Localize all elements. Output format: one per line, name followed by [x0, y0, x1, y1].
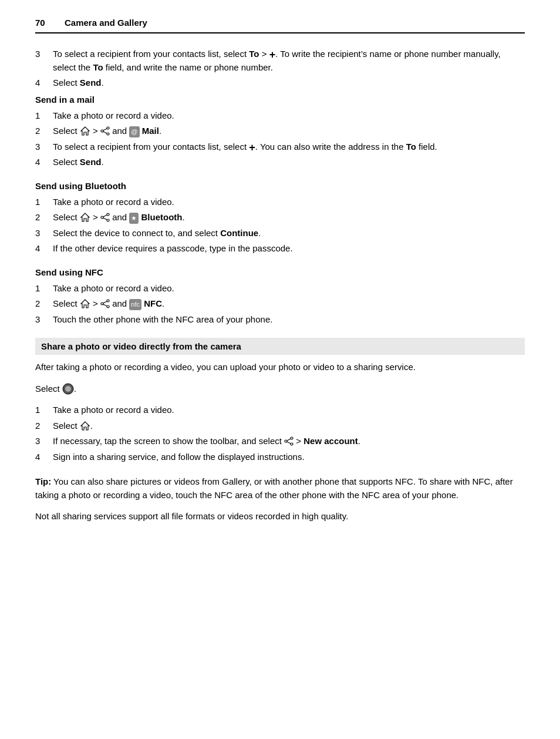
svg-marker-20	[81, 422, 89, 430]
tip-paragraph: Tip: You can also share pictures or vide…	[35, 475, 525, 502]
bluetooth-step-4: 4 If the other device requires a passcod…	[35, 242, 525, 256]
bluetooth-step-3: 3 Select the device to connect to, and s…	[35, 227, 525, 240]
mail-icon: @	[129, 126, 139, 137]
nfc-icon: nfc	[129, 299, 141, 310]
svg-line-4	[103, 129, 107, 130]
bluetooth-step-1: 1 Take a photo or record a video.	[35, 196, 525, 209]
share-icon-bt	[100, 213, 110, 222]
svg-line-10	[103, 215, 107, 217]
svg-line-24	[287, 439, 291, 441]
page-number: 70	[35, 18, 53, 28]
bluetooth-step-2: 2 Select > and ★ Bluetooth.	[35, 211, 525, 224]
svg-line-16	[103, 301, 107, 303]
section-heading-bluetooth: Send using Bluetooth	[35, 181, 525, 191]
share-direct-intro: After taking a photo or recording a vide…	[35, 361, 525, 374]
mail-step-4: 4 Select Send.	[35, 156, 525, 169]
svg-point-15	[101, 303, 103, 305]
svg-point-13	[107, 300, 109, 302]
share-icon-nfc	[100, 299, 110, 308]
svg-point-9	[101, 216, 103, 219]
nfc-steps: 1 Take a photo or record a video. 2 Sele…	[35, 282, 525, 327]
svg-point-23	[285, 440, 287, 442]
house-icon-bt	[80, 212, 90, 223]
section-heading-mail: Send in a mail	[35, 95, 525, 105]
nfc-step-3: 3 Touch the other phone with the NFC are…	[35, 313, 525, 327]
section-share-direct: Share a photo or video directly from the…	[35, 338, 525, 463]
share-direct-step-4: 4 Sign into a sharing service, and follo…	[35, 451, 525, 464]
intro-steps: 3 To select a recipient from your contac…	[35, 48, 525, 90]
svg-point-2	[107, 133, 109, 135]
plus-icon-2: +	[249, 142, 255, 153]
plus-icon: +	[269, 49, 276, 60]
svg-marker-0	[81, 127, 89, 135]
share-icon-direct	[284, 436, 294, 446]
share-direct-heading: Share a photo or video directly from the…	[35, 338, 525, 355]
nfc-step-1: 1 Take a photo or record a video.	[35, 282, 525, 295]
svg-point-3	[101, 130, 103, 132]
intro-step-3: 3 To select a recipient from your contac…	[35, 48, 525, 74]
svg-marker-12	[81, 300, 89, 308]
page: 70 Camera and Gallery 3 To select a reci…	[0, 0, 560, 547]
svg-point-1	[107, 127, 109, 129]
svg-line-5	[103, 132, 107, 133]
mail-steps: 1 Take a photo or record a video. 2 Sele…	[35, 109, 525, 169]
svg-point-19	[65, 386, 71, 392]
house-icon-nfc	[80, 298, 90, 309]
share-direct-step-3: 3 If necessary, tap the screen to show t…	[35, 435, 525, 448]
svg-point-14	[107, 305, 109, 308]
select-circle-para: Select .	[35, 382, 525, 396]
share-direct-step-1: 1 Take a photo or record a video.	[35, 404, 525, 417]
svg-marker-6	[81, 213, 89, 221]
section-send-bluetooth: Send using Bluetooth 1 Take a photo or r…	[35, 181, 525, 256]
svg-line-11	[103, 218, 107, 220]
bluetooth-icon: ★	[129, 213, 139, 224]
svg-line-25	[287, 442, 291, 444]
nfc-step-2: 2 Select > and nfc NFC.	[35, 297, 525, 311]
svg-point-7	[107, 213, 109, 216]
share-direct-step-2: 2 Select .	[35, 419, 525, 433]
svg-point-21	[291, 437, 293, 439]
mail-step-3: 3 To select a recipient from your contac…	[35, 140, 525, 154]
page-header: 70 Camera and Gallery	[35, 18, 525, 33]
house-icon-direct	[80, 421, 90, 431]
mail-step-2: 2 Select > and @ Mail.	[35, 125, 525, 138]
house-icon	[80, 126, 90, 136]
share-icon	[100, 126, 110, 136]
not-all-paragraph: Not all sharing services support all fil…	[35, 510, 525, 523]
svg-point-22	[291, 443, 293, 445]
svg-line-17	[103, 304, 107, 306]
bluetooth-steps: 1 Take a photo or record a video. 2 Sele…	[35, 196, 525, 256]
section-send-in-a-mail: Send in a mail 1 Take a photo or record …	[35, 95, 525, 169]
share-direct-steps: 1 Take a photo or record a video. 2 Sele…	[35, 404, 525, 463]
svg-point-8	[107, 219, 109, 221]
section-heading-nfc: Send using NFC	[35, 267, 525, 277]
mail-step-1: 1 Take a photo or record a video.	[35, 109, 525, 123]
intro-step-4: 4 Select Send.	[35, 76, 525, 90]
section-send-nfc: Send using NFC 1 Take a photo or record …	[35, 267, 525, 327]
page-title: Camera and Gallery	[65, 18, 147, 28]
circle-icon	[62, 383, 74, 395]
